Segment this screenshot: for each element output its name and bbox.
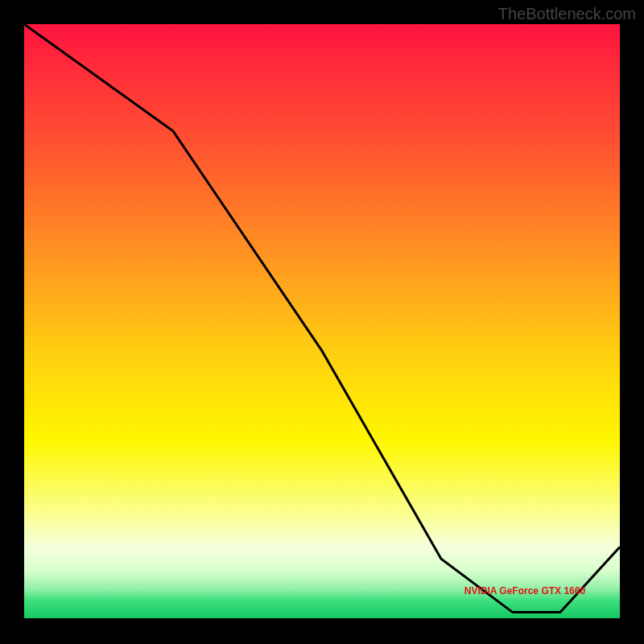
optimal-gpu-label: NVIDIA GeForce GTX 1660 <box>464 585 586 597</box>
bottleneck-chart: NVIDIA GeForce GTX 1660 <box>0 0 644 644</box>
watermark-text: TheBottleneck.com <box>498 5 636 23</box>
svg-rect-1 <box>24 24 620 618</box>
chart-container: TheBottleneck.com NVIDI <box>0 0 644 644</box>
